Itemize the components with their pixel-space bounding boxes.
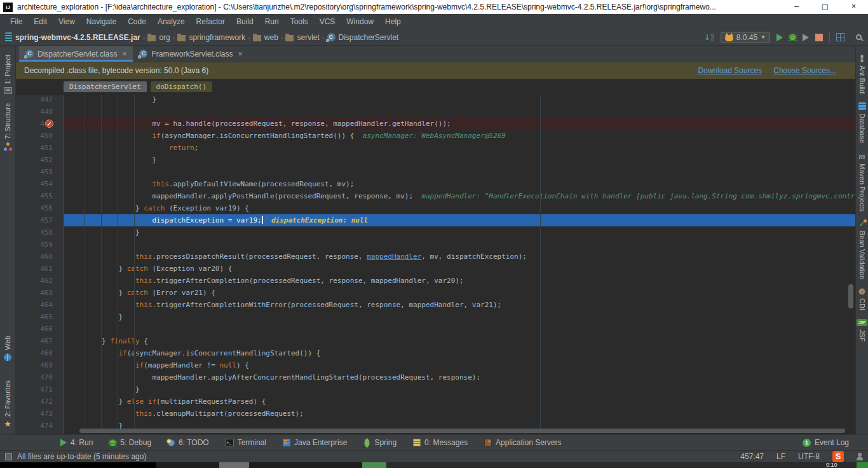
menu-item-navigate[interactable]: Navigate (81, 16, 121, 27)
sidebar-item-maven-projects[interactable]: mMaven Projects (858, 152, 866, 212)
bytecode-viewer-icon[interactable] (704, 33, 714, 42)
close-tab-icon[interactable]: × (122, 50, 126, 59)
toolwindow-button-0-messages[interactable]: 0: Messages (413, 438, 468, 447)
breadcrumb-item-org[interactable]: org (147, 33, 170, 42)
star-icon: ★ (4, 420, 11, 428)
indent-guide (101, 95, 102, 429)
close-tab-icon[interactable]: × (238, 50, 242, 59)
sidebar-item-1-project[interactable]: 1: Project (4, 55, 12, 94)
menu-item-analyze[interactable]: Analyze (153, 16, 190, 27)
toolwindow-button-spring[interactable]: Spring (363, 438, 397, 447)
code-line-468: if(asyncManager.isConcurrentHandlingStar… (64, 347, 855, 359)
breadcrumb-separator: › (172, 34, 176, 41)
run-with-coverage-button[interactable] (803, 34, 809, 41)
terminal-icon (226, 439, 234, 446)
line-number: 468 (16, 347, 64, 359)
sidebar-item-7-structure[interactable]: 7: Structure (4, 103, 11, 151)
download-sources-link[interactable]: Download Sources (698, 66, 763, 75)
code-line-451: return; (64, 142, 855, 154)
code-line-471: } (64, 383, 855, 396)
breadcrumb-item-springframework[interactable]: springframework (177, 33, 245, 42)
sidebar-item-2-favorites[interactable]: 2: Favorites★ (4, 380, 11, 428)
toolwindow-switcher-icon[interactable] (5, 453, 12, 460)
stripe-label: Web (4, 336, 11, 350)
line-number: 449 (16, 118, 64, 130)
left-tool-window-stripe: 1: Project7: StructureWeb2: Favorites★ (0, 46, 16, 434)
vertical-scrollbar[interactable] (848, 284, 853, 308)
menu-item-edit[interactable]: Edit (29, 16, 52, 27)
code-line-452: } (64, 154, 855, 166)
toolwindow-button-terminal[interactable]: Terminal (226, 438, 266, 447)
breadcrumb-item-web[interactable]: web (253, 33, 278, 42)
line-number: 448 (16, 106, 64, 118)
restore-layout-icon[interactable] (836, 33, 844, 41)
toolwindow-button-6-todo[interactable]: 6: TODO (168, 438, 209, 447)
menu-item-window[interactable]: Window (341, 16, 379, 27)
event-log-button[interactable]: 1Event Log (803, 438, 849, 447)
menu-item-tools[interactable]: Tools (285, 16, 313, 27)
maximize-button[interactable]: ▢ (811, 0, 839, 14)
breadcrumb-item-servlet[interactable]: servlet (285, 33, 319, 42)
close-button[interactable]: × (839, 0, 868, 14)
toolwindow-button-5-debug[interactable]: 5: Debug (109, 438, 151, 447)
method-breadcrumb-chip[interactable]: doDispatch() (151, 81, 212, 92)
menu-item-vcs[interactable]: VCS (315, 16, 341, 27)
menu-item-view[interactable]: View (53, 16, 80, 27)
line-number: 453 (16, 166, 64, 178)
line-number: 457 (16, 214, 64, 226)
breadcrumb-item-dispatcherservlet[interactable]: DispatcherServlet (327, 33, 399, 42)
menu-item-file[interactable]: File (5, 16, 27, 27)
sidebar-item-jsf[interactable]: JSF (857, 319, 867, 342)
menu-item-run[interactable]: Run (260, 16, 284, 27)
class-breadcrumb-chip[interactable]: DispatcherServlet (64, 81, 147, 92)
menu-item-refactor[interactable]: Refactor (191, 16, 230, 27)
code-line-461: } catch (Exception var20) { (64, 263, 855, 275)
choose-sources-link[interactable]: Choose Sources... (773, 66, 836, 75)
breadcrumb-separator: › (247, 34, 251, 41)
run-configuration-select[interactable]: 8.0.45 ▼ (721, 32, 770, 43)
sogou-input-icon[interactable] (832, 451, 844, 462)
code-line-453 (64, 166, 855, 178)
tab-label: FrameworkServlet.class (151, 50, 233, 59)
breadcrumb-label: org (159, 33, 170, 42)
toolbar-divider (829, 32, 830, 43)
sidebar-item-ant-build[interactable]: Ant Build (858, 55, 866, 93)
sidebar-item-database[interactable]: Database (858, 102, 866, 143)
line-number: 474 (16, 420, 64, 432)
menu-item-help[interactable]: Help (380, 16, 406, 27)
breadcrumb-label: spring-webmvc-4.2.5.RELEASE.jar (15, 33, 140, 42)
breadcrumb-label: servlet (297, 33, 319, 42)
toolwindow-button-4-run[interactable]: 4: Run (60, 438, 93, 447)
file-encoding[interactable]: UTF-8 (798, 452, 820, 461)
tab-frameworkservlet-class[interactable]: FrameworkServlet.class× (133, 46, 248, 62)
breakpoint-icon[interactable]: ✓ (45, 120, 53, 128)
sidebar-item-cdi[interactable]: CDI (858, 288, 866, 310)
breadcrumb-label: springframework (189, 33, 245, 42)
debug-button[interactable] (789, 34, 796, 41)
web-icon (4, 354, 11, 361)
code-line-447: } (64, 95, 855, 106)
code-editor[interactable]: 4474484494504514524534544554564574584594… (16, 95, 855, 434)
breadcrumb-item-spring-webmvc-4-2-5-release-jar[interactable]: spring-webmvc-4.2.5.RELEASE.jar (5, 32, 140, 42)
window-title: architecture_exploration - [F:\idea\arch… (17, 3, 782, 11)
line-separator[interactable]: LF (776, 452, 785, 461)
horizontal-scrollbar[interactable] (79, 429, 845, 433)
line-number: 471 (16, 383, 64, 396)
sidebar-item-web[interactable]: Web (4, 336, 11, 361)
line-number: 460 (16, 251, 64, 263)
sidebar-item-bean-validation[interactable]: ✓Bean Validation (858, 221, 866, 279)
windows-taskbar-strip: 0:10 (0, 462, 868, 468)
tab-dispatcherservlet-class[interactable]: DispatcherServlet.class× (19, 46, 133, 62)
menu-item-code[interactable]: Code (123, 16, 151, 27)
toolwindow-button-application-servers[interactable]: Application Servers (484, 438, 561, 447)
title-bar: IJ architecture_exploration - [F:\idea\a… (0, 0, 868, 14)
stop-button[interactable] (815, 34, 823, 41)
code-text: } mv = ha.handle(processedRequest, respo… (64, 95, 855, 432)
menu-item-build[interactable]: Build (231, 16, 259, 27)
minimize-button[interactable]: – (782, 0, 811, 14)
event-log-count-icon: 1 (803, 439, 811, 447)
caret-position[interactable]: 457:47 (740, 452, 764, 461)
run-button[interactable] (776, 34, 783, 41)
search-everywhere-icon[interactable] (856, 34, 862, 40)
toolwindow-button-java-enterprise[interactable]: Java Enterprise (283, 438, 347, 447)
